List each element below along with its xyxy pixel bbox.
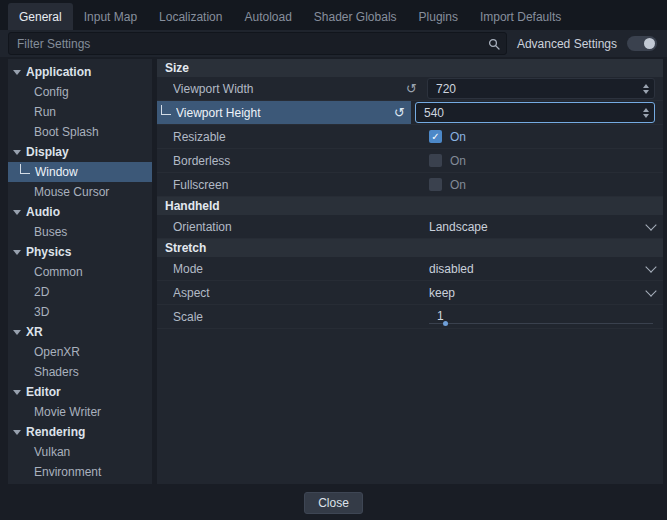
tab-import-defaults[interactable]: Import Defaults bbox=[469, 3, 572, 30]
property-label-cell[interactable]: Resizable bbox=[157, 125, 423, 148]
sidebar-item-config[interactable]: Config bbox=[8, 82, 152, 102]
sidebar-item-boot-splash[interactable]: Boot Splash bbox=[8, 122, 152, 142]
property-label-cell[interactable]: Viewport Height ↺ bbox=[157, 101, 411, 124]
property-label: Borderless bbox=[173, 154, 423, 168]
tab-label: Shader Globals bbox=[314, 10, 397, 24]
revert-icon[interactable]: ↺ bbox=[406, 82, 417, 95]
sidebar-item-rendering[interactable]: Rendering bbox=[8, 422, 152, 442]
property-label: Fullscreen bbox=[173, 178, 423, 192]
sidebar-item-label: Editor bbox=[26, 385, 61, 399]
property-label-cell[interactable]: Scale bbox=[157, 305, 423, 328]
slider-track[interactable] bbox=[429, 323, 653, 324]
viewport-height-input[interactable] bbox=[422, 105, 637, 121]
stretch-aspect-dropdown[interactable]: keep bbox=[423, 281, 663, 304]
close-button[interactable]: Close bbox=[304, 492, 363, 514]
advanced-settings-toggle[interactable] bbox=[627, 36, 657, 51]
sidebar-item-label: 2D bbox=[34, 285, 49, 299]
search-bar[interactable] bbox=[8, 32, 507, 55]
sidebar-item-buses[interactable]: Buses bbox=[8, 222, 152, 242]
sidebar-item-label: Buses bbox=[34, 225, 67, 239]
stretch-mode-dropdown[interactable]: disabled bbox=[423, 257, 663, 280]
sidebar-item-3d[interactable]: 3D bbox=[8, 302, 152, 322]
spin-updown-icon[interactable] bbox=[641, 106, 651, 120]
viewport-width-spinbox[interactable] bbox=[427, 78, 655, 99]
sidebar-item-run[interactable]: Run bbox=[8, 102, 152, 122]
property-label-cell[interactable]: Borderless bbox=[157, 149, 423, 172]
footer: Close bbox=[0, 486, 667, 520]
tab-autoload[interactable]: Autoload bbox=[233, 3, 302, 30]
sidebar-item-label: Window bbox=[35, 165, 78, 179]
tab-label: General bbox=[19, 10, 62, 24]
property-row-stretch-aspect: Aspect keep bbox=[157, 281, 663, 305]
tab-general[interactable]: General bbox=[8, 3, 73, 30]
chevron-down-icon bbox=[13, 330, 21, 335]
property-row-viewport-height: Viewport Height ↺ bbox=[157, 101, 663, 125]
slider-grabber[interactable] bbox=[443, 321, 448, 326]
section-title: Size bbox=[165, 61, 189, 75]
sidebar-item-label: Rendering bbox=[26, 425, 85, 439]
property-label-cell[interactable]: Aspect bbox=[157, 281, 423, 304]
viewport-height-spinbox[interactable] bbox=[415, 102, 655, 123]
viewport-width-input[interactable] bbox=[434, 81, 637, 97]
sidebar-item-physics[interactable]: Physics bbox=[8, 242, 152, 262]
resizable-checkbox[interactable]: ✓ bbox=[429, 130, 442, 143]
sidebar-item-application[interactable]: Application bbox=[8, 62, 152, 82]
property-label-cell[interactable]: Fullscreen bbox=[157, 173, 423, 196]
content-area: Application Config Run Boot Splash Displ… bbox=[0, 57, 667, 486]
revert-icon[interactable]: ↺ bbox=[394, 106, 405, 119]
chevron-down-icon bbox=[645, 219, 656, 230]
sidebar-item-mouse-cursor[interactable]: Mouse Cursor bbox=[8, 182, 152, 202]
property-label: Viewport Height bbox=[176, 106, 394, 120]
sidebar-item-2d[interactable]: 2D bbox=[8, 282, 152, 302]
search-input[interactable] bbox=[15, 36, 484, 52]
property-row-orientation: Orientation Landscape bbox=[157, 215, 663, 239]
property-label-cell[interactable]: Viewport Width ↺ bbox=[157, 77, 423, 100]
property-label-cell[interactable]: Orientation bbox=[157, 215, 423, 238]
filter-bar: Advanced Settings bbox=[0, 30, 667, 57]
orientation-dropdown[interactable]: Landscape bbox=[423, 215, 663, 238]
sidebar-item-label: 3D bbox=[34, 305, 49, 319]
tab-label: Import Defaults bbox=[480, 10, 561, 24]
property-row-stretch-scale: Scale 1 bbox=[157, 305, 663, 329]
dropdown-value: keep bbox=[427, 286, 455, 300]
toggle-knob-icon bbox=[644, 38, 655, 49]
fullscreen-checkbox[interactable] bbox=[429, 178, 442, 191]
sidebar-item-openxr[interactable]: OpenXR bbox=[8, 342, 152, 362]
borderless-checkbox[interactable] bbox=[429, 154, 442, 167]
sidebar-item-audio[interactable]: Audio bbox=[8, 202, 152, 222]
sidebar-item-label: Application bbox=[26, 65, 91, 79]
property-label: Scale bbox=[173, 310, 423, 324]
scale-slider[interactable]: 1 bbox=[427, 305, 655, 328]
property-row-stretch-mode: Mode disabled bbox=[157, 257, 663, 281]
sidebar-item-shaders[interactable]: Shaders bbox=[8, 362, 152, 382]
chevron-down-icon bbox=[13, 390, 21, 395]
search-icon bbox=[488, 38, 500, 50]
property-value-cell: On bbox=[423, 149, 663, 172]
sidebar-item-common[interactable]: Common bbox=[8, 262, 152, 282]
sidebar-item-window[interactable]: Window bbox=[8, 162, 152, 182]
property-label-cell[interactable]: Mode bbox=[157, 257, 423, 280]
tab-localization[interactable]: Localization bbox=[148, 3, 233, 30]
sidebar-item-xr[interactable]: XR bbox=[8, 322, 152, 342]
sidebar-item-label: Vulkan bbox=[34, 445, 70, 459]
section-header-size: Size bbox=[157, 59, 663, 77]
tab-input-map[interactable]: Input Map bbox=[73, 3, 148, 30]
dropdown-value: disabled bbox=[427, 262, 474, 276]
tab-label: Autoload bbox=[244, 10, 291, 24]
sidebar-item-label: Movie Writer bbox=[34, 405, 101, 419]
sidebar-item-editor[interactable]: Editor bbox=[8, 382, 152, 402]
property-row-viewport-width: Viewport Width ↺ bbox=[157, 77, 663, 101]
property-row-fullscreen: Fullscreen On bbox=[157, 173, 663, 197]
tab-plugins[interactable]: Plugins bbox=[408, 3, 469, 30]
tab-label: Input Map bbox=[84, 10, 137, 24]
sidebar-item-vulkan[interactable]: Vulkan bbox=[8, 442, 152, 462]
tab-shader-globals[interactable]: Shader Globals bbox=[303, 3, 408, 30]
sidebar-item-environment[interactable]: Environment bbox=[8, 462, 152, 482]
sidebar-item-label: Mouse Cursor bbox=[34, 185, 109, 199]
spin-updown-icon[interactable] bbox=[641, 82, 651, 96]
tab-label: Localization bbox=[159, 10, 222, 24]
sidebar-item-label: Environment bbox=[34, 465, 101, 479]
property-row-borderless: Borderless On bbox=[157, 149, 663, 173]
sidebar-item-display[interactable]: Display bbox=[8, 142, 152, 162]
sidebar-item-movie-writer[interactable]: Movie Writer bbox=[8, 402, 152, 422]
